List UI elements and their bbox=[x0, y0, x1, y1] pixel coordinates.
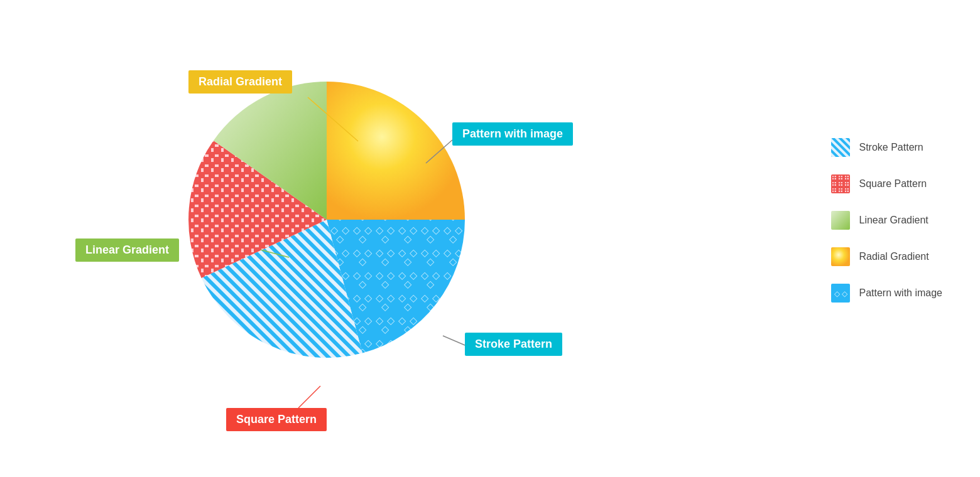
svg-rect-33 bbox=[831, 247, 850, 266]
legend-label-radial: Radial Gradient bbox=[859, 251, 928, 262]
legend-item-square: Square Pattern bbox=[831, 174, 942, 193]
legend-label-pattern: Pattern with image bbox=[859, 287, 942, 299]
legend-item-linear: Linear Gradient bbox=[831, 211, 942, 230]
legend-item-stroke: Stroke Pattern bbox=[831, 138, 942, 157]
svg-line-20 bbox=[298, 386, 320, 408]
square-pattern-legend-icon bbox=[831, 174, 850, 193]
svg-rect-32 bbox=[831, 211, 850, 230]
label-linear-gradient: Linear Gradient bbox=[75, 238, 179, 262]
label-radial-gradient: Radial Gradient bbox=[188, 70, 292, 94]
legend-label-stroke: Stroke Pattern bbox=[859, 142, 923, 153]
legend-item-pattern: ◇ ◇ Pattern with image bbox=[831, 284, 942, 303]
svg-rect-23 bbox=[831, 138, 850, 157]
legend-label-square: Square Pattern bbox=[859, 178, 927, 190]
svg-text:◇: ◇ bbox=[834, 289, 841, 298]
svg-text:◇: ◇ bbox=[842, 289, 848, 298]
label-stroke-pattern: Stroke Pattern bbox=[465, 333, 562, 356]
chart-container: ◇ ◇ ◇ bbox=[75, 25, 641, 452]
linear-gradient-legend-icon bbox=[831, 211, 850, 230]
legend-item-radial: Radial Gradient bbox=[831, 247, 942, 266]
legend-label-linear: Linear Gradient bbox=[859, 215, 928, 226]
pattern-image-legend-icon: ◇ ◇ bbox=[831, 284, 850, 303]
svg-rect-31 bbox=[831, 174, 850, 193]
slice-radial bbox=[327, 82, 465, 220]
radial-gradient-legend-icon bbox=[831, 247, 850, 266]
stroke-pattern-legend-icon bbox=[831, 138, 850, 157]
label-pattern-with-image: Pattern with image bbox=[452, 122, 573, 146]
label-square-pattern: Square Pattern bbox=[226, 408, 327, 431]
pie-chart: ◇ ◇ ◇ bbox=[170, 63, 484, 377]
chart-legend: Stroke Pattern Square Pattern bbox=[831, 138, 942, 303]
